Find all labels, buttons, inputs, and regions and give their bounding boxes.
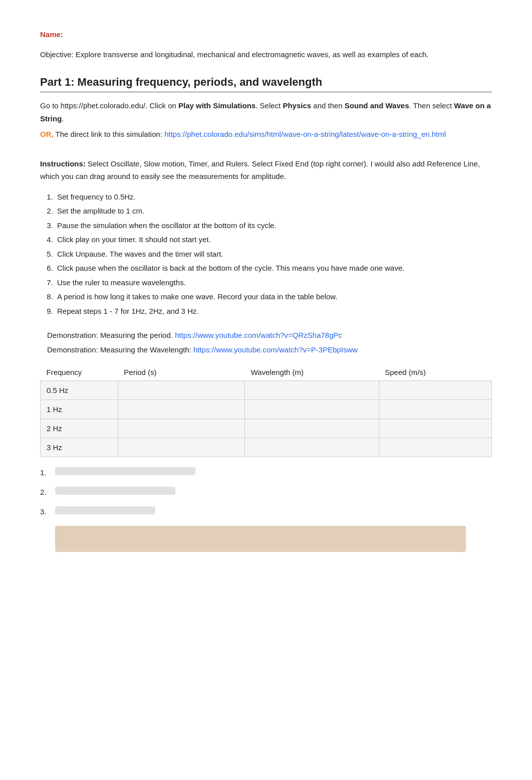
question-blurred-text-3 xyxy=(55,506,155,514)
col-frequency: Frequency xyxy=(41,364,118,381)
data-table: Frequency Period (s) Wavelength (m) Spee… xyxy=(40,364,492,457)
period-1hz[interactable] xyxy=(118,400,244,419)
question-content-1 xyxy=(55,467,492,477)
col-wavelength: Wavelength (m) xyxy=(245,364,379,381)
col-period: Period (s) xyxy=(118,364,244,381)
bold-physics: Physics xyxy=(283,101,311,110)
wavelength-3hz[interactable] xyxy=(245,438,379,457)
question-blurred-text-2 xyxy=(55,487,175,495)
demo-block: Demonstration: Measuring the period. htt… xyxy=(40,328,492,357)
wavelength-2hz[interactable] xyxy=(245,419,379,438)
question-row-2: 2. xyxy=(40,487,492,496)
period-3hz[interactable] xyxy=(118,438,244,457)
step-1: Set frequency to 0.5Hz. xyxy=(55,190,492,205)
name-label: Name: xyxy=(40,30,492,39)
demo2-row: Demonstration: Measuring the Wavelength:… xyxy=(47,343,492,357)
question-answer-block xyxy=(55,526,466,552)
questions-section: 1. 2. 3. xyxy=(40,467,492,552)
freq-2hz: 2 Hz xyxy=(41,419,118,438)
bold-play-simulations: Play with Simulations xyxy=(178,101,255,110)
question-num-3: 3. xyxy=(40,506,50,516)
or-bold-label: OR, xyxy=(40,130,54,138)
instructions-label: Instructions: xyxy=(40,159,86,168)
step-9: Repeat steps 1 - 7 for 1Hz, 2Hz, and 3 H… xyxy=(55,304,492,319)
freq-3hz: 3 Hz xyxy=(41,438,118,457)
bold-sound-waves: Sound and Waves xyxy=(345,101,409,110)
step-7: Use the ruler to measure wavelengths. xyxy=(55,276,492,290)
part1-intro: Go to https://phet.colorado.edu/. Click … xyxy=(40,99,492,125)
step-3: Pause the simulation when the oscillator… xyxy=(55,219,492,233)
speed-05hz[interactable] xyxy=(379,381,491,400)
steps-list: Set frequency to 0.5Hz. Set the amplitud… xyxy=(55,190,492,319)
step-5: Click Unpause. The waves and the timer w… xyxy=(55,247,492,262)
question-content-3 xyxy=(55,506,155,516)
demo1-label: Demonstration: Measuring the period. xyxy=(47,331,173,339)
question-content-2 xyxy=(55,487,492,496)
table-row: 3 Hz xyxy=(41,438,492,457)
wavelength-1hz[interactable] xyxy=(245,400,379,419)
question-row-3: 3. xyxy=(40,506,492,552)
step-8: A period is how long it takes to make on… xyxy=(55,290,492,304)
or-text: The direct link to this simulation: xyxy=(56,130,165,138)
step-2: Set the amplitude to 1 cm. xyxy=(55,204,492,219)
question-row-1: 1. xyxy=(40,467,492,477)
table-row: 2 Hz xyxy=(41,419,492,438)
table-row: 1 Hz xyxy=(41,400,492,419)
freq-05hz: 0.5 Hz xyxy=(41,381,118,400)
question-num-2: 2. xyxy=(40,487,50,496)
question-blurred-text-1 xyxy=(55,467,195,475)
demo1-row: Demonstration: Measuring the period. htt… xyxy=(47,328,492,343)
table-row: 0.5 Hz xyxy=(41,381,492,400)
demo1-link[interactable]: https://www.youtube.com/watch?v=QRzSha78… xyxy=(175,331,342,339)
step-4: Click play on your timer. It should not … xyxy=(55,233,492,247)
step-6: Click pause when the oscillator is back … xyxy=(55,261,492,276)
wavelength-05hz[interactable] xyxy=(245,381,379,400)
freq-1hz: 1 Hz xyxy=(41,400,118,419)
period-05hz[interactable] xyxy=(118,381,244,400)
demo2-label: Demonstration: Measuring the Wavelength: xyxy=(47,345,191,354)
or-line: OR, The direct link to this simulation: … xyxy=(40,128,492,141)
question-num-1: 1. xyxy=(40,467,50,477)
instructions-block: Instructions: Select Oscillate, Slow mot… xyxy=(40,157,492,183)
speed-3hz[interactable] xyxy=(379,438,491,457)
speed-1hz[interactable] xyxy=(379,400,491,419)
demo2-link[interactable]: https://www.youtube.com/watch?v=P-3PEbpI… xyxy=(193,345,358,354)
col-speed: Speed (m/s) xyxy=(379,364,491,381)
objective-text: Objective: Explore transverse and longit… xyxy=(40,49,492,61)
part1-title: Part 1: Measuring frequency, periods, an… xyxy=(40,76,492,92)
speed-2hz[interactable] xyxy=(379,419,491,438)
sim-link[interactable]: https://phet.colorado.edu/sims/html/wave… xyxy=(164,130,446,138)
instructions-text: Select Oscillate, Slow motion, Timer, an… xyxy=(40,159,480,181)
period-2hz[interactable] xyxy=(118,419,244,438)
